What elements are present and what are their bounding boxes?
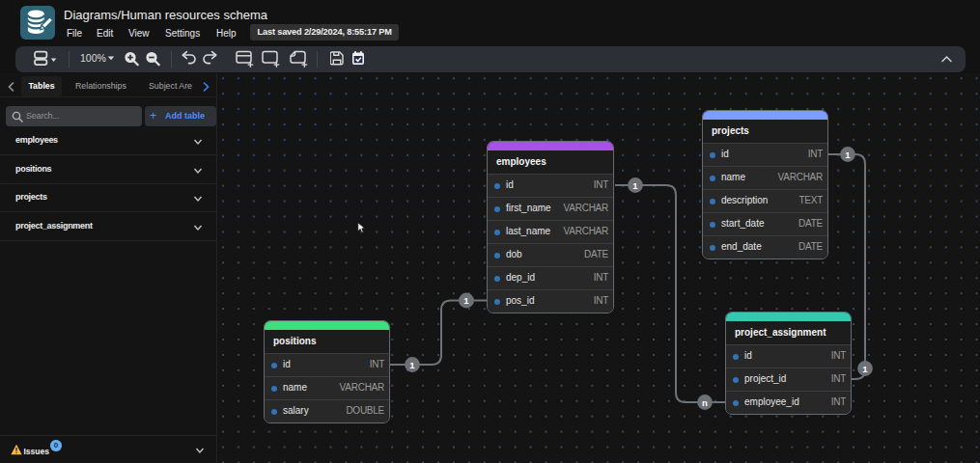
svg-text:1: 1 (862, 364, 868, 374)
svg-text:n: n (702, 397, 708, 408)
svg-text:1: 1 (845, 150, 851, 160)
svg-text:1: 1 (463, 295, 469, 306)
svg-text:1: 1 (632, 180, 638, 191)
svg-text:1: 1 (409, 360, 415, 370)
